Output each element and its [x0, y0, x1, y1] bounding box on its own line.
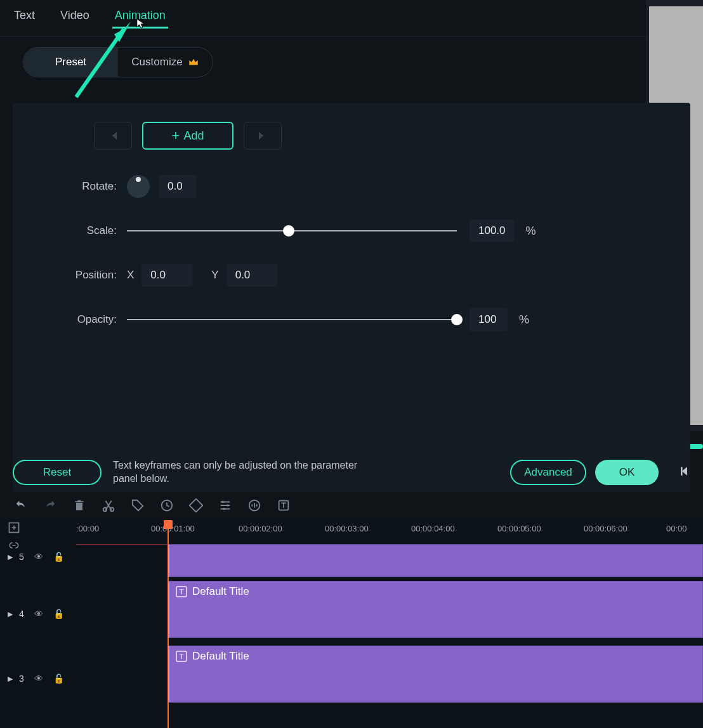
delete-icon[interactable] — [72, 498, 86, 512]
ruler-mark: 00:00 — [666, 524, 687, 533]
clip-title: Default Title — [192, 585, 249, 598]
add-track-icon[interactable] — [8, 521, 22, 535]
track-play-icon[interactable]: ▶ — [8, 610, 13, 618]
hint-text: Text keyframes can only be adjusted on t… — [113, 459, 379, 486]
position-x-value[interactable]: 0.0 — [141, 264, 192, 287]
text-template-icon[interactable] — [277, 498, 291, 512]
playhead[interactable] — [164, 520, 173, 529]
sub-toggle: Preset Customize — [23, 47, 213, 77]
scale-slider-thumb[interactable] — [283, 225, 294, 237]
track-number: 5 — [19, 552, 24, 562]
lock-icon[interactable]: 🔓 — [53, 609, 64, 619]
x-label: X — [127, 269, 134, 282]
track-play-icon[interactable]: ▶ — [8, 675, 13, 683]
svg-point-1 — [110, 508, 114, 512]
scale-slider[interactable] — [127, 230, 457, 231]
position-row: Position: X 0.0 Y 0.0 — [13, 264, 690, 287]
clip-label: T Default Title — [176, 585, 249, 598]
ruler-mark: 00:00:05:00 — [497, 524, 541, 533]
undo-icon[interactable] — [14, 498, 28, 512]
svg-point-5 — [227, 504, 229, 507]
text-clip-icon: T — [176, 651, 187, 662]
subtab-customize-label: Customize — [131, 56, 182, 68]
tag-icon[interactable] — [131, 498, 145, 512]
rotate-label: Rotate: — [38, 180, 127, 193]
tab-animation[interactable]: Animation — [115, 9, 166, 27]
scale-value[interactable]: 100.0 — [470, 219, 515, 242]
track-header-3: ▶ 3 👁 🔓 — [0, 666, 76, 691]
scale-unit: % — [526, 224, 536, 238]
keyframe-controls: + Add — [13, 122, 690, 150]
subtab-preset[interactable]: Preset — [23, 48, 118, 77]
opacity-slider-thumb[interactable] — [451, 314, 463, 325]
timeline: :00:00 00:00:01:00 00:00:02:00 00:00:03:… — [0, 519, 703, 728]
rotate-row: Rotate: 0.0 — [13, 175, 690, 198]
lock-icon[interactable]: 🔓 — [53, 552, 64, 562]
crown-icon — [188, 56, 199, 68]
scale-label: Scale: — [38, 224, 127, 237]
clip-label: T Default Title — [176, 650, 249, 663]
timeline-clip[interactable] — [168, 544, 703, 577]
top-tabs: Text Video Animation — [0, 0, 703, 37]
add-button-label: Add — [183, 129, 204, 143]
step-back-icon[interactable] — [678, 465, 690, 481]
add-keyframe-button[interactable]: + Add — [142, 122, 233, 150]
tab-video[interactable]: Video — [60, 9, 89, 27]
position-label: Position: — [38, 269, 127, 282]
clip-title: Default Title — [192, 650, 249, 663]
y-label: Y — [211, 269, 218, 282]
lock-icon[interactable]: 🔓 — [53, 673, 64, 684]
opacity-row: Opacity: 100 % — [13, 308, 690, 331]
position-y-value[interactable]: 0.0 — [227, 264, 277, 287]
eye-icon[interactable]: 👁 — [34, 552, 43, 562]
eye-icon[interactable]: 👁 — [34, 673, 43, 684]
ok-button[interactable]: OK — [595, 460, 659, 485]
prev-keyframe-button[interactable] — [94, 122, 132, 150]
opacity-unit: % — [519, 313, 529, 327]
svg-rect-3 — [190, 499, 203, 512]
next-keyframe-button[interactable] — [244, 122, 282, 150]
svg-point-0 — [103, 508, 107, 512]
action-bar: Reset Text keyframes can only be adjuste… — [0, 454, 703, 491]
opacity-value[interactable]: 100 — [470, 308, 508, 331]
speed-icon[interactable] — [160, 498, 174, 512]
ruler-mark: 00:00:06:00 — [584, 524, 627, 533]
reset-button[interactable]: Reset — [13, 460, 102, 485]
timeline-clip[interactable]: T Default Title — [168, 581, 703, 638]
prev-keyframe-icon — [107, 130, 119, 141]
rotate-knob[interactable] — [127, 175, 150, 198]
rotate-value[interactable]: 0.0 — [159, 175, 197, 198]
ruler-mark: 00:00:02:00 — [239, 524, 282, 533]
ruler-mark: 00:00:01:00 — [151, 524, 195, 533]
timeline-toolbar — [0, 493, 291, 517]
properties-panel: + Add Rotate: 0.0 Scale: 100.0 % Positio… — [13, 103, 690, 492]
opacity-slider[interactable] — [127, 319, 457, 320]
track-header-4: ▶ 4 👁 🔓 — [0, 601, 76, 627]
tab-text[interactable]: Text — [14, 9, 35, 27]
next-keyframe-icon — [257, 130, 268, 141]
eye-icon[interactable]: 👁 — [34, 609, 43, 619]
audio-icon[interactable] — [247, 498, 261, 512]
adjust-icon[interactable] — [218, 498, 232, 512]
track-number: 4 — [19, 609, 24, 619]
track-play-icon[interactable]: ▶ — [8, 553, 13, 561]
track-number: 3 — [19, 673, 24, 684]
svg-point-6 — [223, 508, 225, 510]
text-clip-icon: T — [176, 586, 187, 597]
plus-icon: + — [172, 129, 180, 143]
timeline-clip[interactable]: T Default Title — [168, 646, 703, 703]
cut-icon[interactable] — [102, 498, 115, 512]
opacity-label: Opacity: — [38, 313, 127, 326]
ruler-mark: 00:00:03:00 — [325, 524, 369, 533]
redo-icon[interactable] — [43, 498, 57, 512]
ruler-mark: :00:00 — [76, 524, 99, 533]
subtab-customize[interactable]: Customize — [118, 48, 213, 77]
crop-icon[interactable] — [189, 498, 203, 512]
scale-row: Scale: 100.0 % — [13, 219, 690, 242]
track-header-5: ▶ 5 👁 🔓 — [0, 544, 76, 569]
ruler-mark: 00:00:04:00 — [411, 524, 455, 533]
svg-point-4 — [222, 501, 225, 504]
advanced-button[interactable]: Advanced — [510, 460, 586, 485]
